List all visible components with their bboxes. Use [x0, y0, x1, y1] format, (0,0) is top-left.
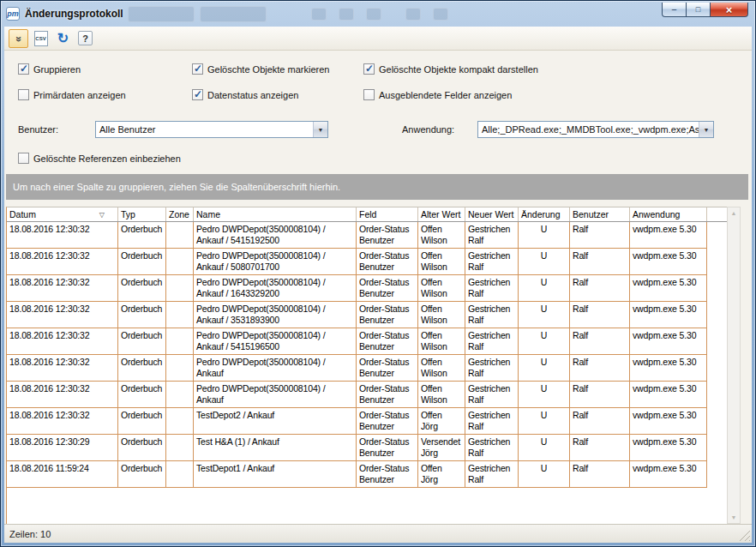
group-by-drop-zone[interactable]: Um nach einer Spalte zu gruppieren, zieh…	[6, 174, 748, 200]
cell-name: Pedro DWPDepot(3500008104) / Ankauf / 54…	[194, 328, 357, 354]
column-header-feld[interactable]: Feld	[357, 207, 418, 221]
table-row[interactable]: 18.08.2016 12:30:32OrderbuchPedro DWPDep…	[7, 328, 707, 355]
table-row[interactable]: 18.08.2016 12:30:32OrderbuchPedro DWPDep…	[7, 355, 707, 382]
refresh-button[interactable]: ↻	[53, 29, 73, 48]
cell-anwendung: vwdpm.exe 5.30	[630, 275, 707, 301]
title-bar[interactable]: pm Änderungsprotokoll − □ ×	[1, 1, 755, 27]
cell-anwendung: vwdpm.exe 5.30	[630, 328, 707, 354]
column-header-label: Benutzer	[573, 209, 609, 219]
cell-aenderung: U	[519, 275, 570, 301]
checkbox-datenstatus-anzeigen[interactable]: Datenstatus anzeigen	[192, 88, 298, 101]
table-row[interactable]: 18.08.2016 11:59:24OrderbuchTestDepot1 /…	[7, 461, 707, 488]
background-window-ghost	[405, 8, 421, 21]
checkbox-primaerdaten-anzeigen[interactable]: Primärdaten anzeigen	[18, 88, 126, 101]
table-row[interactable]: 18.08.2016 12:30:32OrderbuchPedro DWPDep…	[7, 302, 707, 328]
column-header-anwendung[interactable]: Anwendung	[630, 207, 707, 221]
cell-feld: Order-StatusBenutzer	[357, 302, 418, 328]
cell-name: Pedro DWPDepot(3500008104) / Ankauf	[194, 382, 357, 407]
cell-aenderung: U	[519, 328, 570, 354]
cell-anwendung: vwdpm.exe 5.30	[630, 461, 707, 487]
column-header-name[interactable]: Name	[194, 207, 357, 221]
table-row[interactable]: 18.08.2016 12:30:32OrderbuchPedro DWPDep…	[7, 249, 707, 275]
cell-datum: 18.08.2016 12:30:32	[7, 222, 118, 248]
cell-benutzer: Ralf	[570, 355, 630, 381]
background-window-ghost	[433, 8, 448, 21]
column-header-label: Name	[196, 209, 220, 219]
sort-indicator-icon: ▽	[99, 211, 105, 219]
cell-anwendung: vwdpm.exe 5.30	[630, 249, 707, 274]
cell-feld: Order-StatusBenutzer	[357, 382, 418, 407]
checkbox-box	[18, 153, 29, 164]
cell-feld: Order-StatusBenutzer	[357, 328, 418, 354]
cell-datum: 18.08.2016 12:30:32	[7, 382, 118, 407]
cell-alter: OffenWilson	[418, 222, 465, 248]
checkbox-geloeschte-objekte-kompakt[interactable]: Gelöschte Objekte kompakt darstellen	[363, 63, 538, 75]
cell-typ: Orderbuch	[118, 382, 166, 407]
cell-benutzer: Ralf	[570, 302, 630, 328]
help-button[interactable]: ?	[75, 29, 95, 48]
table-row[interactable]: 18.08.2016 12:30:32OrderbuchPedro DWPDep…	[7, 222, 707, 249]
minimize-button[interactable]: −	[662, 3, 687, 17]
column-header-typ[interactable]: Typ	[118, 207, 166, 221]
csv-export-button[interactable]: CSV	[31, 29, 51, 48]
anwendung-select[interactable]: Alle;_DPRead.exe;_MMDBTool.exe;_vwdpm.ex…	[477, 121, 714, 138]
table-row[interactable]: 18.08.2016 12:30:32OrderbuchTestDepot2 /…	[7, 408, 707, 435]
cell-aenderung: U	[519, 355, 570, 381]
cell-alter: OffenWilson	[418, 275, 465, 301]
cell-aenderung: U	[519, 249, 570, 274]
checkbox-geloeschte-objekte-markieren[interactable]: Gelöschte Objekte markieren	[192, 63, 329, 75]
maximize-button[interactable]: □	[687, 3, 710, 17]
close-icon: ×	[726, 3, 733, 16]
background-window-ghost	[200, 6, 267, 22]
checkbox-label: Ausgeblendete Felder anzeigen	[379, 90, 512, 100]
column-header-neuer[interactable]: Neuer Wert	[465, 207, 519, 221]
cell-feld: Order-StatusBenutzer	[357, 222, 418, 248]
cell-alter: OffenWilson	[418, 249, 465, 274]
column-header-zone[interactable]: Zone	[166, 207, 194, 221]
column-header-label: Neuer Wert	[468, 209, 514, 219]
cell-datum: 18.08.2016 12:30:32	[7, 275, 118, 301]
cell-datum: 18.08.2016 12:30:29	[7, 435, 118, 460]
vertical-scrollbar[interactable]: ▲ ▼	[727, 207, 741, 524]
options-toggle-button[interactable]: »	[9, 29, 28, 48]
cell-zone	[166, 461, 194, 487]
column-header-label: Feld	[359, 209, 376, 219]
aenderungsprotokoll-window: pm Änderungsprotokoll − □ × » CSV ↻ ? Gr…	[0, 0, 756, 547]
cell-benutzer: Ralf	[570, 435, 630, 460]
scroll-up-icon[interactable]: ▲	[731, 207, 737, 219]
cell-name: Pedro DWPDepot(3500008104) / Ankauf / 50…	[194, 249, 357, 274]
background-window-ghost	[366, 8, 381, 21]
scroll-down-icon[interactable]: ▼	[731, 512, 737, 523]
cell-benutzer: Ralf	[570, 382, 630, 407]
cell-benutzer: Ralf	[570, 222, 630, 248]
background-window-ghost	[128, 6, 195, 22]
table-row[interactable]: 18.08.2016 12:30:32OrderbuchPedro DWPDep…	[7, 382, 707, 408]
column-header-alter[interactable]: Alter Wert	[418, 207, 465, 221]
cell-zone	[166, 275, 194, 301]
cell-anwendung: vwdpm.exe 5.30	[630, 222, 707, 248]
table-row[interactable]: 18.08.2016 12:30:29OrderbuchTest H&A (1)…	[7, 435, 707, 461]
group-by-hint-text: Um nach einer Spalte zu gruppieren, zieh…	[13, 182, 340, 192]
column-header-datum[interactable]: Datum▽	[7, 207, 118, 221]
change-log-table: Datum▽TypZoneNameFeldAlter WertNeuer Wer…	[6, 207, 727, 524]
client-area: » CSV ↻ ? Gruppieren Gelöschte Objekte m…	[4, 27, 752, 543]
benutzer-select[interactable]: Alle Benutzer ▼	[95, 121, 328, 138]
checkbox-geloeschte-referenzen[interactable]: Gelöschte Referenzen einbeziehen	[18, 152, 181, 165]
table-row[interactable]: 18.08.2016 12:30:32OrderbuchPedro DWPDep…	[7, 275, 707, 302]
checkbox-label: Primärdaten anzeigen	[33, 90, 126, 100]
checkbox-ausgeblendete-felder[interactable]: Ausgeblendete Felder anzeigen	[363, 88, 512, 101]
cell-anwendung: vwdpm.exe 5.30	[630, 302, 707, 328]
resize-grip[interactable]	[738, 529, 750, 541]
cell-typ: Orderbuch	[118, 302, 166, 328]
cell-alter: OffenWilson	[418, 302, 465, 328]
cell-typ: Orderbuch	[118, 222, 166, 248]
cell-zone	[166, 382, 194, 407]
cell-neuer: GestrichenRalf	[465, 249, 519, 274]
close-button[interactable]: ×	[710, 3, 748, 17]
cell-datum: 18.08.2016 12:30:32	[7, 249, 118, 274]
column-header-aenderung[interactable]: Änderung	[519, 207, 570, 221]
cell-anwendung: vwdpm.exe 5.30	[630, 435, 707, 460]
column-header-benutzer[interactable]: Benutzer	[570, 207, 630, 221]
checkbox-gruppieren[interactable]: Gruppieren	[18, 63, 81, 75]
cell-feld: Order-StatusBenutzer	[357, 275, 418, 301]
